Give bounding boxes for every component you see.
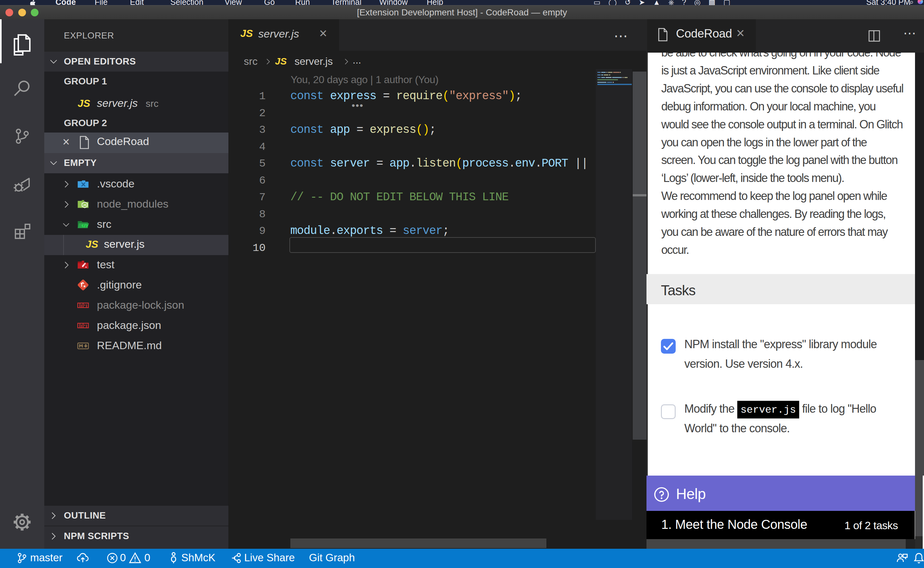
- svg-text:JS: JS: [83, 204, 86, 207]
